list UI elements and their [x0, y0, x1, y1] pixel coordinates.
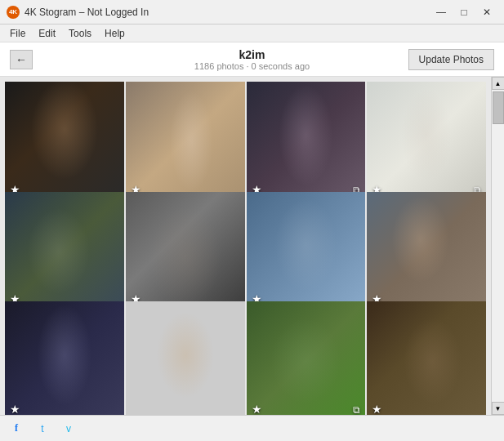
menu-bar: File Edit Tools Help: [0, 24, 504, 42]
back-button[interactable]: ←: [10, 50, 33, 69]
scrollbar[interactable]: ▲ ▼: [491, 77, 504, 415]
status-bar: f t v: [0, 415, 504, 441]
photo-cell-11[interactable]: ★ ⧉: [247, 301, 366, 415]
vimeo-icon[interactable]: v: [60, 421, 77, 437]
photo-cell-3[interactable]: ★ ⧉: [247, 82, 366, 201]
photo-grid: ★ ★ ★ ⧉ ★ ⧉ ★ ★: [0, 77, 491, 415]
photo-cell-1[interactable]: ★: [5, 82, 124, 201]
scrollbar-up-button[interactable]: ▲: [492, 77, 505, 90]
photo-cell-12[interactable]: ★: [367, 301, 486, 415]
menu-tools[interactable]: Tools: [62, 26, 98, 41]
photo-overlay-12: ★: [372, 403, 382, 415]
scrollbar-down-button[interactable]: ▼: [492, 402, 505, 415]
star-icon-9: ★: [10, 403, 20, 415]
photo-cell-4[interactable]: ★ ⧉: [367, 82, 486, 201]
photo-cell-9[interactable]: ★: [5, 301, 124, 415]
twitter-icon[interactable]: t: [34, 421, 51, 437]
toolbar: ← k2im 1186 photos · 0 seconds ago Updat…: [0, 42, 504, 77]
menu-file[interactable]: File: [3, 26, 32, 41]
star-icon-11: ★: [252, 403, 262, 415]
photo-cell-7[interactable]: ★: [247, 192, 366, 311]
scrollbar-thumb[interactable]: [493, 91, 504, 124]
photo-cell-8[interactable]: ★: [367, 192, 486, 311]
title-bar: 4K 4K Stogram – Not Logged In — □ ✕: [0, 0, 504, 24]
photo-cell-10[interactable]: [126, 301, 245, 415]
photo-cell-5[interactable]: ★: [5, 192, 124, 311]
copy-icon-11: ⧉: [353, 404, 360, 415]
photo-overlay-9: ★: [10, 403, 20, 415]
window-title: 4K Stogram – Not Logged In: [25, 7, 430, 18]
photo-cell-6[interactable]: ★: [126, 192, 245, 311]
facebook-icon[interactable]: f: [8, 421, 25, 437]
update-photos-button[interactable]: Update Photos: [408, 49, 494, 70]
photo-cell-2[interactable]: ★: [126, 82, 245, 201]
menu-help[interactable]: Help: [98, 26, 132, 41]
window-controls: — □ ✕: [430, 4, 497, 20]
photo-overlay-11: ★: [252, 403, 262, 415]
app-icon: 4K: [7, 6, 20, 19]
minimize-button[interactable]: —: [430, 4, 452, 20]
maximize-button[interactable]: □: [453, 4, 475, 20]
menu-edit[interactable]: Edit: [32, 26, 62, 41]
content-area: ★ ★ ★ ⧉ ★ ⧉ ★ ★: [0, 77, 504, 415]
star-icon-12: ★: [372, 403, 382, 415]
close-button[interactable]: ✕: [476, 4, 497, 20]
